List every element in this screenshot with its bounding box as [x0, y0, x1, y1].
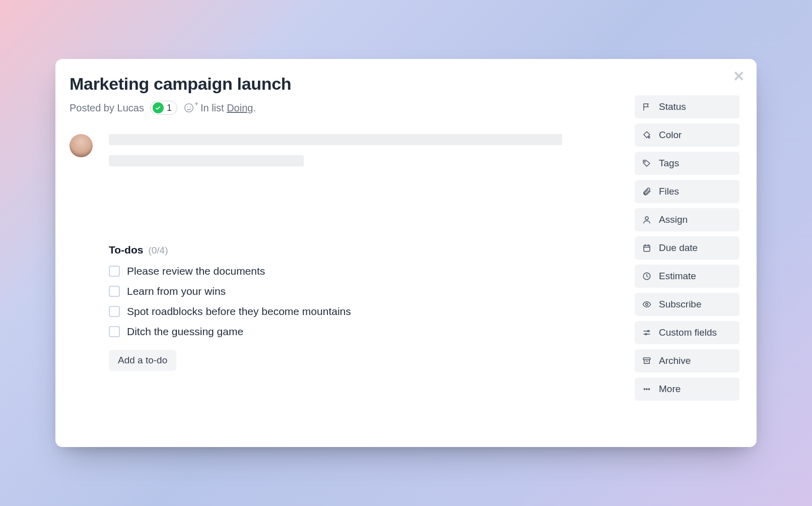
svg-point-12: [644, 389, 645, 390]
svg-rect-11: [643, 358, 650, 360]
svg-point-1: [187, 106, 188, 107]
card-meta: Posted by Lucas 1 + In list Doing.: [70, 101, 635, 115]
card-title: Marketing campaign launch: [70, 74, 635, 94]
checkbox[interactable]: [109, 266, 120, 277]
todo-item[interactable]: Please review the documents: [109, 265, 635, 277]
card-main: Marketing campaign launch Posted by Luca…: [70, 74, 635, 433]
description-placeholder[interactable]: [109, 134, 562, 176]
subscribe-button[interactable]: Subscribe: [635, 293, 739, 316]
calendar-icon: [642, 243, 652, 253]
assign-button[interactable]: Assign: [635, 208, 739, 231]
archive-button[interactable]: Archive: [635, 349, 739, 372]
plus-icon: +: [194, 100, 198, 107]
task-card: ✕ Marketing campaign launch Posted by Lu…: [55, 59, 757, 447]
due-date-button[interactable]: Due date: [635, 236, 739, 260]
close-icon: ✕: [733, 68, 745, 85]
tags-button[interactable]: Tags: [635, 152, 739, 175]
author-avatar[interactable]: [70, 134, 93, 157]
paperclip-icon: [642, 186, 652, 197]
checkbox[interactable]: [109, 326, 120, 337]
todo-item[interactable]: Spot roadblocks before they become mount…: [109, 305, 635, 318]
svg-point-3: [648, 137, 650, 138]
svg-point-5: [645, 217, 648, 220]
checkbox[interactable]: [109, 286, 120, 297]
smiley-icon: [183, 102, 194, 113]
svg-point-4: [645, 161, 646, 162]
archive-icon: [642, 356, 652, 366]
user-icon: [642, 215, 652, 225]
dots-icon: [642, 384, 652, 394]
eye-icon: [642, 299, 652, 309]
svg-point-0: [185, 104, 193, 112]
todo-item[interactable]: Ditch the guessing game: [109, 326, 635, 338]
close-button[interactable]: ✕: [730, 68, 747, 84]
completed-badge[interactable]: 1: [150, 101, 177, 115]
svg-rect-6: [644, 245, 650, 251]
svg-point-8: [646, 303, 648, 306]
todo-label: Ditch the guessing game: [127, 326, 243, 338]
list-link[interactable]: Doing: [227, 102, 253, 113]
posted-by: Posted by Lucas: [70, 102, 144, 114]
checkbox[interactable]: [109, 306, 120, 317]
todos-section: To-dos (0/4) Please review the documents…: [109, 244, 635, 371]
todo-item[interactable]: Learn from your wins: [109, 285, 635, 297]
svg-point-10: [645, 334, 647, 335]
paint-icon: [642, 130, 652, 140]
todo-label: Spot roadblocks before they become mount…: [127, 305, 351, 318]
more-button[interactable]: More: [635, 377, 739, 401]
clock-icon: [642, 271, 652, 281]
add-todo-button[interactable]: Add a to-do: [109, 350, 176, 371]
placeholder-line: [109, 134, 562, 145]
todos-count: (0/4): [148, 245, 168, 256]
estimate-button[interactable]: Estimate: [635, 265, 739, 288]
check-circle-icon: [153, 102, 164, 113]
flag-icon: [642, 102, 652, 112]
todos-header: To-dos (0/4): [109, 244, 635, 256]
badge-count: 1: [167, 103, 172, 113]
todos-title: To-dos: [109, 244, 143, 256]
tag-icon: [642, 158, 652, 168]
sliders-icon: [642, 328, 652, 338]
todo-label: Please review the documents: [127, 265, 265, 277]
files-button[interactable]: Files: [635, 180, 739, 203]
placeholder-line: [109, 155, 304, 166]
description-row: [70, 134, 635, 176]
status-button[interactable]: Status: [635, 95, 739, 118]
svg-point-2: [190, 106, 191, 107]
svg-point-9: [648, 331, 649, 332]
svg-point-13: [646, 389, 647, 390]
in-list: In list Doing.: [200, 102, 256, 114]
add-reaction-button[interactable]: +: [183, 102, 194, 113]
todo-label: Learn from your wins: [127, 285, 226, 297]
color-button[interactable]: Color: [635, 123, 739, 147]
svg-point-14: [648, 389, 649, 390]
card-sidebar: Status Color Tags Files Assign Due date …: [635, 95, 739, 433]
custom-fields-button[interactable]: Custom fields: [635, 321, 739, 344]
